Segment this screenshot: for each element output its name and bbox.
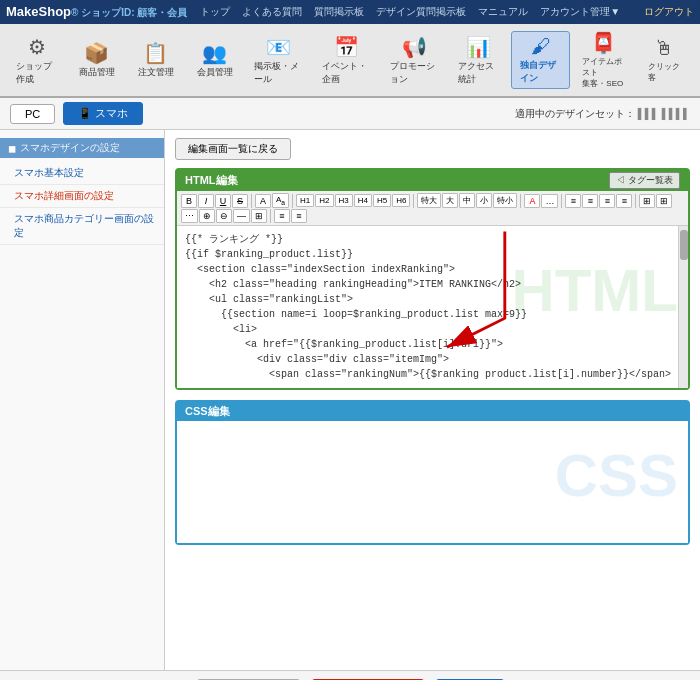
smartphone-icon: 📱 bbox=[78, 107, 92, 119]
toolbar-sep-1 bbox=[251, 194, 252, 208]
nav-mail-label: 掲示板・メール bbox=[254, 60, 302, 86]
toolbar-h6[interactable]: H6 bbox=[392, 194, 410, 207]
nav-design[interactable]: 🖌 独自デザイン bbox=[511, 31, 570, 89]
nav-shop-create-label: ショップ作成 bbox=[16, 60, 57, 86]
toolbar-sep-7 bbox=[270, 209, 271, 223]
sidebar-title-icon: ◼ bbox=[8, 143, 16, 154]
toolbar-sep-4 bbox=[520, 194, 521, 208]
nav-mail[interactable]: 📧 掲示板・メール bbox=[246, 32, 310, 89]
back-button[interactable]: 編集画面一覧に戻る bbox=[175, 138, 291, 160]
nav-shop-create[interactable]: ⚙ ショップ作成 bbox=[8, 32, 65, 89]
css-editor-header: CSS編集 bbox=[177, 402, 688, 421]
toolbar-h4[interactable]: H4 bbox=[354, 194, 372, 207]
mail-icon: 📧 bbox=[266, 35, 291, 59]
toolbar-list[interactable]: ⊞ bbox=[639, 194, 655, 208]
css-code-area[interactable] bbox=[177, 421, 688, 541]
nav-itempost-label: アイテムポスト集客・SEO bbox=[582, 56, 625, 89]
logo-sub: ® ショップID: 顧客・会員 bbox=[71, 7, 187, 18]
nav-manual[interactable]: マニュアル bbox=[473, 3, 533, 21]
nav-events-label: イベント・企画 bbox=[322, 60, 370, 86]
promo-icon: 📢 bbox=[402, 35, 427, 59]
sidebar: ◼ スマホデザインの設定 スマホ基本設定 スマホ詳細画面の設定 スマホ商品カテゴ… bbox=[0, 130, 165, 670]
css-editor-section: CSS編集 CSS bbox=[175, 400, 690, 545]
toolbar-unlink[interactable]: ⊖ bbox=[216, 209, 232, 223]
toolbar-preview[interactable]: ≡ bbox=[291, 209, 307, 223]
html-toolbar[interactable]: B I U S A Aa H1 H2 H3 H4 H5 H6 特大 大 中 小 … bbox=[177, 191, 688, 226]
members-icon: 👥 bbox=[202, 41, 227, 65]
toolbar-h2[interactable]: H2 bbox=[315, 194, 333, 207]
sidebar-item-detail[interactable]: スマホ詳細画面の設定 bbox=[0, 185, 164, 208]
toolbar-table[interactable]: ⊞ bbox=[251, 209, 267, 223]
toolbar-h1[interactable]: H1 bbox=[296, 194, 314, 207]
sidebar-item-basic[interactable]: スマホ基本設定 bbox=[0, 162, 164, 185]
logout-link[interactable]: ログアウト bbox=[644, 5, 694, 19]
smartphone-btn[interactable]: 📱 スマホ bbox=[63, 102, 143, 125]
toolbar-size-m[interactable]: 中 bbox=[459, 193, 475, 208]
design-set-value: ▌▌▌ ▌▌▌▌ bbox=[638, 108, 690, 119]
toolbar-align-c[interactable]: ≡ bbox=[582, 194, 598, 208]
nav-account[interactable]: アカウント管理▼ bbox=[535, 3, 625, 21]
toolbar-link[interactable]: ⊕ bbox=[199, 209, 215, 223]
toolbar-size-xs[interactable]: 特小 bbox=[493, 193, 517, 208]
nav-orders[interactable]: 📋 注文管理 bbox=[128, 38, 183, 82]
tag-list-button[interactable]: ◁ タグー覧表 bbox=[609, 172, 680, 189]
nav-access[interactable]: 📊 アクセス統計 bbox=[450, 32, 507, 89]
events-icon: 📅 bbox=[334, 35, 359, 59]
toolbar-image[interactable]: — bbox=[233, 209, 250, 223]
toolbar-sep-3 bbox=[413, 194, 414, 208]
sidebar-item-category[interactable]: スマホ商品カテゴリー画面の設定 bbox=[0, 208, 164, 245]
toolbar-bold[interactable]: B bbox=[181, 194, 197, 208]
top-nav-links: トップ よくある質問 質問掲示板 デザイン質問掲示板 マニュアル アカウント管理… bbox=[195, 3, 625, 21]
toolbar-hr[interactable]: ⋯ bbox=[181, 209, 198, 223]
html-editor-title: HTML編集 bbox=[185, 173, 238, 188]
toolbar-size-s[interactable]: 小 bbox=[476, 193, 492, 208]
orders-icon: 📋 bbox=[143, 41, 168, 65]
css-editor-title: CSS編集 bbox=[185, 405, 230, 417]
itempost-icon: 📮 bbox=[591, 31, 616, 55]
access-icon: 📊 bbox=[466, 35, 491, 59]
nav-top[interactable]: トップ bbox=[195, 3, 235, 21]
nav-promo[interactable]: 📢 プロモーション bbox=[382, 32, 446, 89]
toolbar-font-a[interactable]: A bbox=[255, 194, 271, 208]
design-icon: 🖌 bbox=[531, 35, 551, 58]
toolbar-source[interactable]: ≡ bbox=[274, 209, 290, 223]
nav-products[interactable]: 📦 商品管理 bbox=[69, 38, 124, 82]
toolbar-indent[interactable]: ⊞ bbox=[656, 194, 672, 208]
toolbar-strike[interactable]: S bbox=[232, 194, 248, 208]
toolbar-sep-5 bbox=[561, 194, 562, 208]
shop-create-icon: ⚙ bbox=[28, 35, 46, 59]
toolbar-h5[interactable]: H5 bbox=[373, 194, 391, 207]
nav-events[interactable]: 📅 イベント・企画 bbox=[314, 32, 378, 89]
pc-btn[interactable]: PC bbox=[10, 104, 55, 124]
toolbar-size-l[interactable]: 大 bbox=[442, 193, 458, 208]
nav-itempost[interactable]: 📮 アイテムポスト集客・SEO bbox=[574, 28, 633, 92]
toolbar-underline[interactable]: U bbox=[215, 194, 231, 208]
logo: MakeShop® ショップID: 顧客・会員 bbox=[6, 4, 187, 20]
nav-orders-label: 注文管理 bbox=[138, 66, 174, 79]
sidebar-title: ◼ スマホデザインの設定 bbox=[0, 138, 164, 158]
icon-nav: ⚙ ショップ作成 📦 商品管理 📋 注文管理 👥 会員管理 📧 掲示板・メール … bbox=[0, 24, 700, 98]
design-set-label: 適用中のデザインセット： bbox=[515, 108, 635, 119]
nav-click[interactable]: 🖱 クリック客 bbox=[637, 34, 692, 86]
nav-qboard[interactable]: 質問掲示板 bbox=[309, 3, 369, 21]
css-editor-body[interactable]: CSS bbox=[177, 421, 688, 543]
toolbar-size-xl[interactable]: 特大 bbox=[417, 193, 441, 208]
html-code-area[interactable]: {{* ランキング *}} {{if $ranking_product.list… bbox=[177, 226, 688, 388]
toolbar-italic[interactable]: I bbox=[198, 194, 214, 208]
nav-members[interactable]: 👥 会員管理 bbox=[187, 38, 242, 82]
nav-members-label: 会員管理 bbox=[197, 66, 233, 79]
toolbar-align-l[interactable]: ≡ bbox=[565, 194, 581, 208]
main-layout: ◼ スマホデザインの設定 スマホ基本設定 スマホ詳細画面の設定 スマホ商品カテゴ… bbox=[0, 130, 700, 670]
toolbar-align-r[interactable]: ≡ bbox=[599, 194, 615, 208]
nav-design-qboard[interactable]: デザイン質問掲示板 bbox=[371, 3, 471, 21]
toolbar-more[interactable]: … bbox=[541, 194, 558, 208]
nav-products-label: 商品管理 bbox=[79, 66, 115, 79]
nav-faq[interactable]: よくある質問 bbox=[237, 3, 307, 21]
toolbar-font-aa[interactable]: Aa bbox=[272, 193, 289, 208]
top-nav: MakeShop® ショップID: 顧客・会員 トップ よくある質問 質問掲示板… bbox=[0, 0, 700, 24]
toolbar-color[interactable]: A bbox=[524, 194, 540, 208]
toolbar-h3[interactable]: H3 bbox=[335, 194, 353, 207]
html-editor-body[interactable]: HTML {{* ランキング *}} {{if $ranking_product… bbox=[177, 226, 688, 388]
toolbar-align-j[interactable]: ≡ bbox=[616, 194, 632, 208]
html-editor-section: HTML編集 ◁ タグー覧表 B I U S A Aa H1 H2 H3 H4 … bbox=[175, 168, 690, 390]
